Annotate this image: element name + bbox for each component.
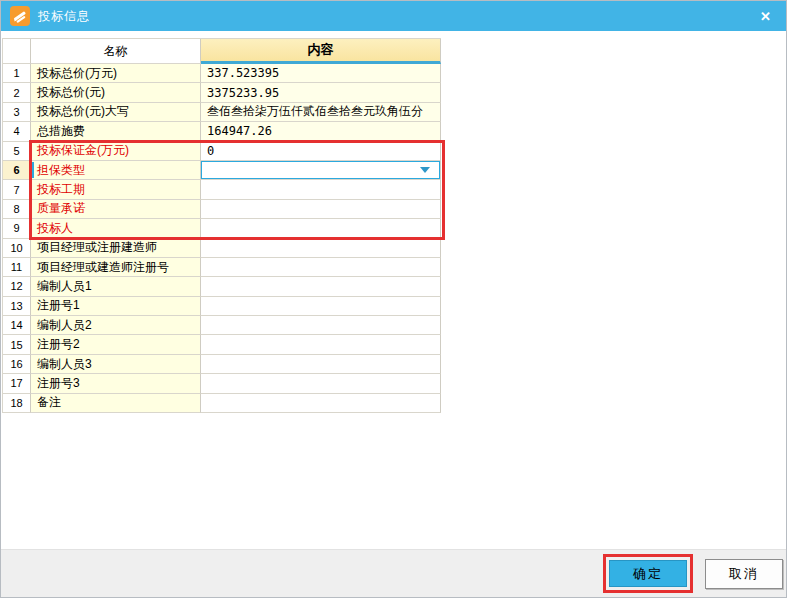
row-number-cell: 11 [3,258,31,277]
row-number-cell: 9 [3,219,31,238]
content-column-header: 内容 [201,39,441,64]
row-label-cell: 担保类型 [31,161,201,180]
row-value: 叁佰叁拾柒万伍仟贰佰叁拾叁元玖角伍分 [207,103,423,120]
name-column-header: 名称 [31,39,201,64]
row-value-cell[interactable] [201,219,441,238]
row-value: 337.523395 [207,66,279,80]
row-label: 投标工期 [37,181,85,198]
row-number-cell: 7 [3,180,31,199]
table-row: 6 担保类型 [3,161,441,180]
row-label: 编制人员1 [37,278,92,295]
close-icon[interactable]: ✕ [754,8,777,25]
row-label-cell: 注册号1 [31,297,201,316]
row-label-cell: 编制人员3 [31,355,201,374]
row-number-cell: 16 [3,355,31,374]
chevron-down-icon[interactable] [420,167,430,173]
row-label: 投标总价(元)大写 [37,103,129,120]
title-bar: 投标信息 ✕ [1,1,786,31]
row-label-cell: 投标总价(元)大写 [31,103,201,122]
row-label: 投标总价(元) [37,84,105,101]
table-row: 14 编制人员2 [3,316,441,335]
row-label: 编制人员2 [37,317,92,334]
table-header-row: 名称 内容 [3,39,441,64]
row-label-cell: 注册号2 [31,335,201,354]
table-row: 1 投标总价(万元) 337.523395 [3,64,441,83]
dialog-title: 投标信息 [38,8,90,25]
row-number-cell: 6 [3,161,31,180]
row-label: 担保类型 [37,162,85,179]
guarantee-type-dropdown[interactable] [201,161,441,180]
row-value-cell[interactable]: 164947.26 [201,122,441,141]
table-row: 8 质量承诺 [3,200,441,219]
row-label-cell: 备注 [31,394,201,413]
bid-info-dialog: 投标信息 ✕ 名称 内容 1 投标总价(万元) 337.523395 2 投标总… [0,0,787,598]
row-number-cell: 10 [3,239,31,258]
row-label: 注册号3 [37,375,80,392]
row-value-cell[interactable]: 337.523395 [201,64,441,83]
row-value-cell[interactable] [201,161,441,180]
row-value-cell[interactable]: 叁佰叁拾柒万伍仟贰佰叁拾叁元玖角伍分 [201,103,441,122]
row-label-cell: 项目经理或注册建造师 [31,239,201,258]
row-number-cell: 14 [3,316,31,335]
row-label: 质量承诺 [37,200,85,217]
table-row: 7 投标工期 [3,180,441,199]
row-label-cell: 投标总价(元) [31,83,201,102]
row-number-cell: 3 [3,103,31,122]
row-value-cell[interactable] [201,277,441,296]
row-label-cell: 投标人 [31,219,201,238]
row-value-cell[interactable] [201,355,441,374]
row-value: 3375233.95 [207,86,279,100]
row-number-cell: 15 [3,335,31,354]
row-label-cell: 投标保证金(万元) [31,142,201,161]
row-label-cell: 投标工期 [31,180,201,199]
row-label: 备注 [37,394,61,411]
row-label-cell: 注册号3 [31,374,201,393]
row-number-cell: 5 [3,142,31,161]
row-label: 编制人员3 [37,356,92,373]
row-value-cell[interactable] [201,335,441,354]
row-number-cell: 8 [3,200,31,219]
table-row: 3 投标总价(元)大写 叁佰叁拾柒万伍仟贰佰叁拾叁元玖角伍分 [3,103,441,122]
table-row: 2 投标总价(元) 3375233.95 [3,83,441,102]
row-value-cell[interactable] [201,316,441,335]
table-body: 1 投标总价(万元) 337.523395 2 投标总价(元) 3375233.… [3,64,441,413]
table-row: 10 项目经理或注册建造师 [3,239,441,258]
table-row: 13 注册号1 [3,297,441,316]
row-number-cell: 2 [3,83,31,102]
table-row: 15 注册号2 [3,335,441,354]
row-label-cell: 编制人员2 [31,316,201,335]
row-number-cell: 17 [3,374,31,393]
row-label: 总措施费 [37,123,85,140]
app-logo-icon [10,6,30,26]
row-label-cell: 总措施费 [31,122,201,141]
row-value-cell[interactable] [201,239,441,258]
row-value-cell[interactable]: 0 [201,142,441,161]
row-label-cell: 项目经理或建造师注册号 [31,258,201,277]
row-value-cell[interactable] [201,180,441,199]
row-label: 注册号1 [37,297,80,314]
row-value-cell[interactable]: 3375233.95 [201,83,441,102]
table-row: 16 编制人员3 [3,355,441,374]
row-value-cell[interactable] [201,374,441,393]
table-row: 4 总措施费 164947.26 [3,122,441,141]
table-row: 18 备注 [3,394,441,413]
row-value-cell[interactable] [201,394,441,413]
table-row: 17 注册号3 [3,374,441,393]
cancel-button[interactable]: 取消 [705,559,783,589]
row-number-cell: 12 [3,277,31,296]
row-value: 0 [207,144,214,158]
row-value-cell[interactable] [201,258,441,277]
row-value-cell[interactable] [201,297,441,316]
table-row: 12 编制人员1 [3,277,441,296]
row-label: 注册号2 [37,336,80,353]
row-label: 投标保证金(万元) [37,142,129,159]
row-label-cell: 编制人员1 [31,277,201,296]
row-label-cell: 投标总价(万元) [31,64,201,83]
row-label: 投标总价(万元) [37,65,117,82]
ok-button[interactable]: 确定 [609,560,687,587]
bid-info-table: 名称 内容 1 投标总价(万元) 337.523395 2 投标总价(元) 33… [2,38,441,413]
row-label: 投标人 [37,220,73,237]
row-value-cell[interactable] [201,200,441,219]
row-label-cell: 质量承诺 [31,200,201,219]
table-row: 9 投标人 [3,219,441,238]
